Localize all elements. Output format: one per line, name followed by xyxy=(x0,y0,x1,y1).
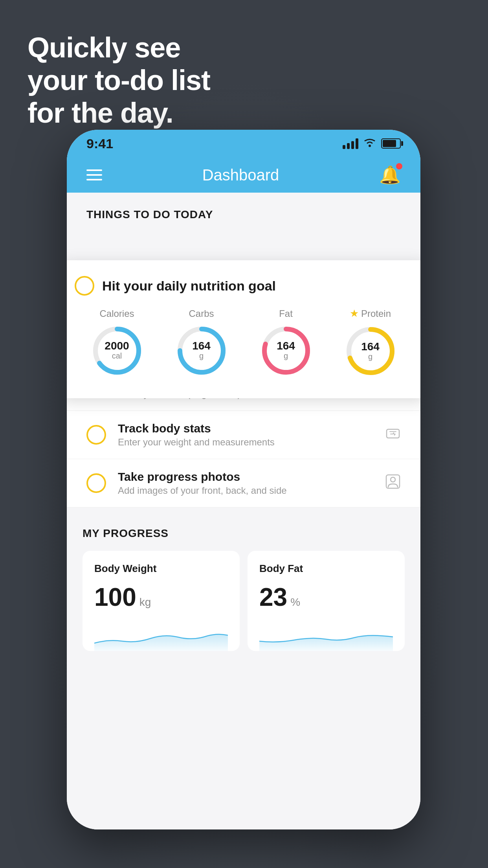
protein-label-row: ★ Protein xyxy=(350,307,391,320)
nutrition-protein: ★ Protein 164 g xyxy=(343,307,398,379)
signal-icon xyxy=(343,138,358,149)
fat-unit: g xyxy=(284,351,288,360)
body-fat-unit: % xyxy=(290,596,300,609)
body-stats-check-circle[interactable] xyxy=(86,425,106,445)
protein-unit: g xyxy=(368,352,372,361)
protein-value: 164 xyxy=(361,341,380,352)
nutrition-card: Hit your daily nutrition goal Calories xyxy=(67,260,420,398)
body-fat-value-row: 23 % xyxy=(259,583,393,612)
nav-title: Dashboard xyxy=(202,166,279,184)
body-weight-unit: kg xyxy=(139,596,151,609)
progress-cards: Body Weight 100 kg xyxy=(83,551,405,651)
progress-section: MY PROGRESS Body Weight 100 kg xyxy=(67,508,420,651)
menu-button[interactable] xyxy=(86,169,102,180)
status-icons xyxy=(343,137,401,150)
person-photo-icon xyxy=(385,474,401,493)
progress-header: MY PROGRESS xyxy=(83,527,405,540)
nutrition-carbs: Carbs 164 g xyxy=(174,308,229,378)
body-weight-chart xyxy=(94,623,228,651)
headline: Quickly see your to-do list for the day. xyxy=(28,31,210,129)
body-fat-chart xyxy=(259,623,393,651)
photos-check-circle[interactable] xyxy=(86,473,106,493)
body-weight-card: Body Weight 100 kg xyxy=(83,551,240,651)
star-icon: ★ xyxy=(350,307,359,320)
body-fat-card: Body Fat 23 % xyxy=(248,551,405,651)
fat-ring: 164 g xyxy=(259,323,314,378)
photos-text: Take progress photos Add images of your … xyxy=(118,470,373,496)
svg-point-12 xyxy=(391,477,395,482)
body-weight-value-row: 100 kg xyxy=(94,583,228,612)
body-fat-number: 23 xyxy=(259,583,287,612)
svg-point-0 xyxy=(369,145,371,147)
fat-value: 164 xyxy=(277,340,295,351)
notification-badge xyxy=(396,163,402,169)
carbs-unit: g xyxy=(199,351,204,360)
todo-item-photos[interactable]: Take progress photos Add images of your … xyxy=(67,459,420,508)
battery-icon xyxy=(381,138,401,149)
carbs-value: 164 xyxy=(192,340,211,351)
notifications-button[interactable]: 🔔 xyxy=(379,165,401,185)
protein-ring: 164 g xyxy=(343,324,398,379)
calories-ring: 2000 cal xyxy=(90,323,145,378)
nutrition-calories: Calories 2000 cal xyxy=(90,308,145,378)
scale-icon xyxy=(385,426,401,444)
content-area: THINGS TO DO TODAY Hit your daily nutrit… xyxy=(67,193,420,829)
calories-unit: cal xyxy=(112,351,122,360)
status-bar: 9:41 xyxy=(67,130,420,157)
calories-value: 2000 xyxy=(105,340,129,351)
nav-bar: Dashboard 🔔 xyxy=(67,157,420,193)
body-fat-title: Body Fat xyxy=(259,563,393,575)
calories-label: Calories xyxy=(99,308,134,319)
phone-mockup: 9:41 Dashboard 🔔 xyxy=(67,130,420,829)
wifi-icon xyxy=(363,137,376,150)
fat-label: Fat xyxy=(279,308,293,319)
photos-subtitle: Add images of your front, back, and side xyxy=(118,485,373,496)
todo-item-body-stats[interactable]: Track body stats Enter your weight and m… xyxy=(67,411,420,459)
body-weight-number: 100 xyxy=(94,583,136,612)
protein-label: Protein xyxy=(361,308,391,319)
nutrition-card-title: Hit your daily nutrition goal xyxy=(102,278,276,294)
carbs-ring: 164 g xyxy=(174,323,229,378)
nutrition-circles: Calories 2000 cal xyxy=(75,307,413,379)
body-weight-title: Body Weight xyxy=(94,563,228,575)
todo-check-circle[interactable] xyxy=(75,276,94,296)
photos-title: Take progress photos xyxy=(118,470,373,484)
things-to-do-header: THINGS TO DO TODAY xyxy=(67,193,420,229)
status-time: 9:41 xyxy=(86,136,113,151)
body-stats-title: Track body stats xyxy=(118,422,373,435)
nutrition-fat: Fat 164 g xyxy=(259,308,314,378)
carbs-label: Carbs xyxy=(189,308,214,319)
body-stats-text: Track body stats Enter your weight and m… xyxy=(118,422,373,448)
body-stats-subtitle: Enter your weight and measurements xyxy=(118,437,373,448)
